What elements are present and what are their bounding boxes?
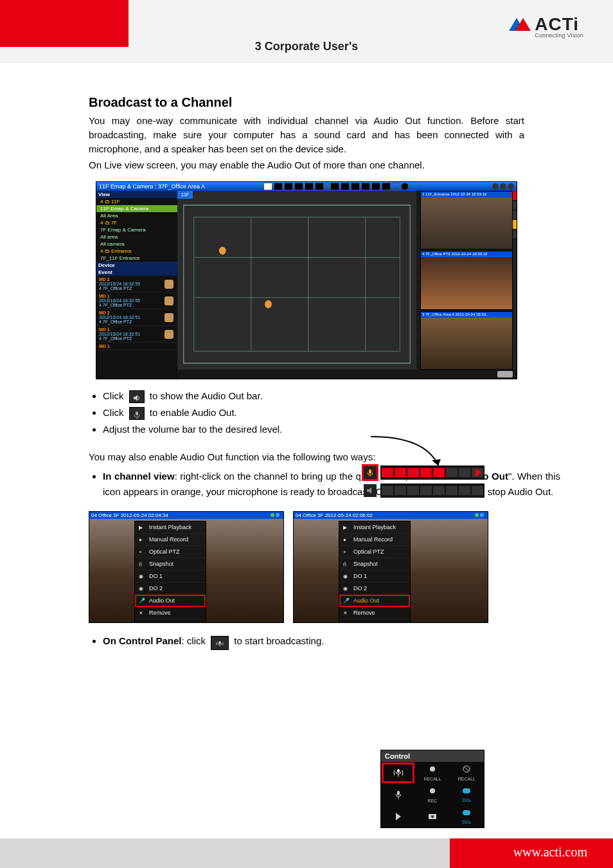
emap-panel[interactable]: 11F xyxy=(177,191,416,370)
cam-title: 04 Office 3F 2012-05-24 02:04:34 xyxy=(89,512,283,519)
tree-row[interactable]: 7F Emap & Camera xyxy=(96,226,177,233)
footer-url: www.acti.com xyxy=(513,845,587,860)
svg-text:▶: ▶ xyxy=(343,525,348,530)
ctrl-recall-button[interactable]: RECALL xyxy=(415,762,449,784)
context-panel-right: 04 Office 3F 2012-05-24 02:06:02 ▶Instan… xyxy=(293,511,488,623)
volume-bar-muted[interactable] xyxy=(380,484,484,498)
ctrl-rec-button[interactable]: REC xyxy=(415,784,449,806)
tree-row[interactable]: All area xyxy=(96,233,177,240)
ctrl-snapshot-button[interactable] xyxy=(415,806,449,827)
brand-text: ACTi xyxy=(535,14,579,34)
event-row[interactable]: MD 12012/10/24 18:32:554 7F_Office PTZ xyxy=(96,293,177,309)
brand-tagline: Connecting Vision xyxy=(535,32,583,39)
menu-item[interactable]: ◉DO 1 xyxy=(339,570,410,583)
svg-point-9 xyxy=(219,247,226,255)
steps-intro: You may also enable Audio Out function v… xyxy=(89,451,524,462)
logo-mark-icon xyxy=(509,15,531,33)
svg-marker-47 xyxy=(396,813,401,820)
menu-item[interactable]: ▣Default Hotspot xyxy=(339,619,410,623)
svg-rect-36 xyxy=(219,641,221,644)
svg-text:🎤: 🎤 xyxy=(343,597,350,604)
bullet-list-1: Click to show the Audio Out bar. Click t… xyxy=(103,388,560,437)
menu-item[interactable]: ✕Remove xyxy=(339,607,410,619)
side-rail[interactable] xyxy=(512,191,517,370)
menu-item[interactable]: ⎙Snapshot xyxy=(135,558,206,570)
event-row[interactable]: MD 22012/10/24 18:32:554 7F_Office PTZ xyxy=(96,276,177,293)
menu-item[interactable]: ▶Instant Playback xyxy=(339,521,410,534)
svg-rect-50 xyxy=(463,810,470,815)
tree-row[interactable]: 11F Emap & Camera xyxy=(96,205,177,212)
ctrl-broadcast-button[interactable] xyxy=(381,762,415,784)
menu-item[interactable]: ▣Default Hotspot xyxy=(135,619,206,623)
context-panel-left: 04 Office 3F 2012-05-24 02:04:34 ▶Instan… xyxy=(89,511,284,623)
audio-out-toggle-icon[interactable] xyxy=(364,466,377,479)
camera-thumbs[interactable]: 1 11F_Entrance 2012-10-24 18:33:19 4 7F_… xyxy=(420,191,517,370)
event-row[interactable]: MD 12012/10/24 18:32:514 7F_Office PTZ xyxy=(96,326,177,343)
camera-thumb-1[interactable]: 1 11F_Entrance 2012-10-24 18:33:19 xyxy=(420,191,517,249)
svg-point-49 xyxy=(431,815,434,818)
list-item: On Control Panel: click to start broadca… xyxy=(103,633,560,650)
floor-plan xyxy=(182,204,411,365)
ctrl-recall-stop-button[interactable]: RECALL xyxy=(450,762,484,784)
context-menu[interactable]: ▶Instant Playback●Manual Record⌖Optical … xyxy=(339,521,411,623)
event-row[interactable]: MD 1 xyxy=(96,343,177,350)
tree-row[interactable]: All Area xyxy=(96,212,177,219)
tree-row[interactable]: 4 🗀 Entrance xyxy=(96,248,177,255)
svg-rect-3 xyxy=(194,217,400,351)
mic-muted-icon[interactable] xyxy=(129,407,145,420)
menu-item[interactable]: 🎤Audio Out xyxy=(135,595,206,607)
ctrl-mic-button[interactable] xyxy=(381,784,415,806)
intro-para-1: You may one-way communicate with individ… xyxy=(89,114,524,156)
status-dots xyxy=(475,513,484,517)
svg-text:✕: ✕ xyxy=(343,610,348,616)
menu-item[interactable]: ●Manual Record xyxy=(135,534,206,546)
menu-item[interactable]: ◉DO 1 xyxy=(135,570,206,583)
sidebar[interactable]: View 4 🗀 11F 11F Emap & Camera All Area4… xyxy=(96,191,177,379)
page-footer: www.acti.com xyxy=(0,838,613,868)
ctrl-do1-button[interactable]: DO₁ xyxy=(450,784,484,806)
menu-item[interactable]: 🎤Audio Out xyxy=(339,595,410,607)
ptz-footer[interactable] xyxy=(177,370,517,379)
svg-text:⎙: ⎙ xyxy=(139,561,142,567)
bullet-list-2: In channel view: right-click on the chan… xyxy=(103,469,560,500)
menu-item[interactable]: ⌖Optical PTZ xyxy=(135,546,206,558)
tree-row[interactable]: 4 🗀 7F xyxy=(96,219,177,226)
toolbar-right[interactable] xyxy=(492,182,514,191)
emap-tab[interactable]: 11F xyxy=(177,191,193,199)
list-item: Click to enable Audio Out. xyxy=(103,405,560,420)
mic-broadcast-icon[interactable] xyxy=(211,636,229,650)
list-item: Adjust the volume bar to the desired lev… xyxy=(103,422,560,437)
section-heading: Broadcast to a Channel xyxy=(89,95,560,110)
menu-item[interactable]: ▶Instant Playback xyxy=(135,521,206,534)
audio-out-disabled-icon[interactable] xyxy=(364,484,377,497)
tree-row[interactable]: 7F_11F Entrance xyxy=(96,255,177,262)
menu-item[interactable]: ◉DO 2 xyxy=(339,583,410,595)
tree-row[interactable]: All camera xyxy=(96,240,177,248)
ctrl-do2-button[interactable]: DO₂ xyxy=(450,806,484,827)
svg-point-45 xyxy=(430,788,435,793)
svg-point-40 xyxy=(430,766,435,772)
svg-text:◉: ◉ xyxy=(343,574,348,579)
camera-thumb-3[interactable]: 3 7F_Office Area A 2012-10-24 18:33… xyxy=(420,311,517,370)
camera-thumb-2[interactable]: 4 7F_Office PTZ 2012-10-24 18:33:18 xyxy=(420,251,517,309)
menu-item[interactable]: ●Manual Record xyxy=(339,534,410,546)
event-row[interactable]: MD 22012/10/24 18:32:514 7F_Office PTZ xyxy=(96,309,177,326)
svg-text:⌖: ⌖ xyxy=(139,549,142,555)
volume-bar-active[interactable] xyxy=(380,466,484,480)
menu-item[interactable]: ⌖Optical PTZ xyxy=(339,546,410,558)
tree-row[interactable]: 4 🗀 11F xyxy=(96,198,177,205)
menu-item[interactable]: ◉DO 2 xyxy=(135,583,206,595)
context-menu[interactable]: ▶Instant Playback●Manual Record⌖Optical … xyxy=(134,521,206,623)
zoom-slider[interactable] xyxy=(497,371,513,377)
svg-text:🎤: 🎤 xyxy=(139,597,145,604)
speaker-icon[interactable] xyxy=(129,390,145,403)
ctrl-play-button[interactable] xyxy=(381,806,415,827)
svg-text:●: ● xyxy=(139,537,142,543)
brand-logo: ACTi Connecting Vision xyxy=(509,14,583,39)
figure-context-menus: 04 Office 3F 2012-05-24 02:04:34 ▶Instan… xyxy=(89,511,560,623)
svg-text:◉: ◉ xyxy=(343,586,348,592)
menu-item[interactable]: ✕Remove xyxy=(135,607,206,619)
menu-item[interactable]: ⎙Snapshot xyxy=(339,558,410,570)
sidebar-section-device: Device xyxy=(96,262,177,269)
layout-toolbar[interactable] xyxy=(263,182,409,191)
